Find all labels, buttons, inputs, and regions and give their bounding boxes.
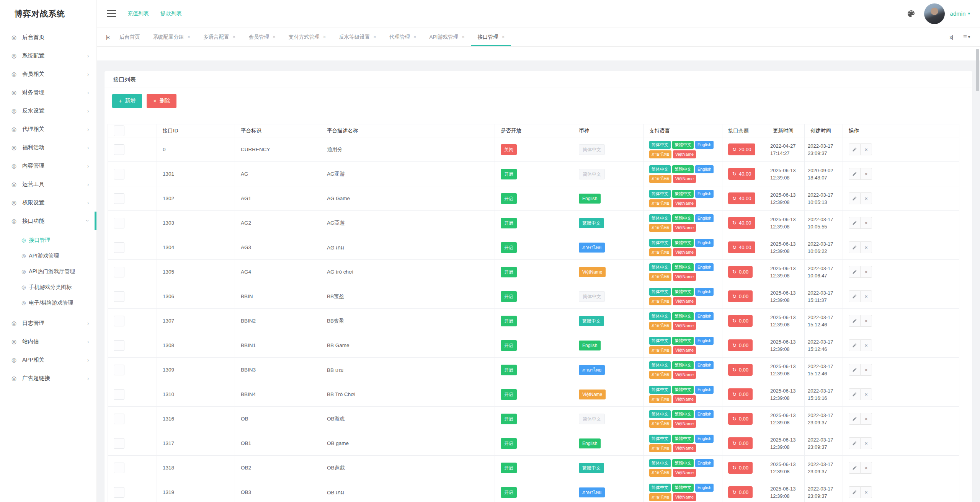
row-checkbox[interactable] bbox=[114, 218, 124, 228]
row-checkbox[interactable] bbox=[114, 267, 124, 277]
refresh-balance-button[interactable]: ↻0.00 bbox=[728, 339, 753, 351]
tabs-scroll-left-icon[interactable]: |« bbox=[102, 34, 113, 40]
refresh-balance-button[interactable]: ↻0.00 bbox=[728, 364, 753, 376]
tab-close-icon[interactable]: × bbox=[413, 34, 416, 40]
sidebar-item[interactable]: ◎APP相关› bbox=[0, 350, 96, 369]
row-checkbox[interactable] bbox=[114, 438, 124, 449]
refresh-balance-button[interactable]: ↻0.00 bbox=[728, 266, 753, 278]
remove-button[interactable]: × bbox=[860, 413, 872, 425]
sidebar-item[interactable]: ◎代理相关› bbox=[0, 120, 96, 138]
row-checkbox[interactable] bbox=[114, 414, 124, 424]
remove-button[interactable]: × bbox=[860, 266, 872, 278]
edit-button[interactable] bbox=[849, 413, 861, 425]
edit-button[interactable] bbox=[849, 315, 861, 327]
tab-接口管理[interactable]: 接口管理× bbox=[471, 28, 511, 46]
sidebar-subitem[interactable]: ◎API热门游戏厅管理 bbox=[0, 264, 96, 279]
refresh-balance-button[interactable]: ↻0.00 bbox=[728, 437, 753, 449]
edit-button[interactable] bbox=[849, 266, 861, 278]
sidebar-item[interactable]: ◎权限设置› bbox=[0, 193, 96, 212]
tab-多语言配置[interactable]: 多语言配置× bbox=[197, 28, 242, 46]
edit-button[interactable] bbox=[849, 388, 861, 400]
row-checkbox[interactable] bbox=[114, 340, 124, 351]
sidebar-item[interactable]: ◎内容管理› bbox=[0, 156, 96, 175]
refresh-balance-button[interactable]: ↻0.00 bbox=[728, 315, 753, 327]
remove-button[interactable]: × bbox=[860, 364, 872, 376]
edit-button[interactable] bbox=[849, 290, 861, 302]
edit-button[interactable] bbox=[849, 217, 861, 229]
scrollbar-thumb[interactable] bbox=[976, 49, 979, 91]
refresh-balance-button[interactable]: ↻0.00 bbox=[728, 290, 753, 302]
remove-button[interactable]: × bbox=[860, 388, 872, 400]
add-button[interactable]: + 新增 bbox=[112, 94, 142, 108]
user-avatar[interactable] bbox=[924, 3, 945, 24]
sidebar-item[interactable]: ◎站内信› bbox=[0, 332, 96, 350]
refresh-balance-button[interactable]: ↻0.00 bbox=[728, 462, 753, 474]
sidebar-item[interactable]: ◎接口功能› bbox=[0, 212, 96, 230]
remove-button[interactable]: × bbox=[860, 437, 872, 449]
row-checkbox[interactable] bbox=[114, 242, 124, 253]
tab-close-icon[interactable]: × bbox=[233, 34, 236, 40]
edit-button[interactable] bbox=[849, 241, 861, 253]
remove-button[interactable]: × bbox=[860, 486, 872, 498]
topbar-link-recharge[interactable]: 充值列表 bbox=[127, 10, 149, 17]
tab-支付方式管理[interactable]: 支付方式管理× bbox=[282, 28, 333, 46]
tab-后台首页[interactable]: 后台首页 bbox=[113, 28, 146, 46]
row-checkbox[interactable] bbox=[114, 463, 124, 473]
edit-button[interactable] bbox=[849, 339, 861, 351]
tab-close-icon[interactable]: × bbox=[187, 34, 190, 40]
sidebar-subitem[interactable]: ◎API游戏管理 bbox=[0, 248, 96, 264]
tab-close-icon[interactable]: × bbox=[273, 34, 276, 40]
hamburger-icon[interactable] bbox=[107, 10, 116, 17]
refresh-balance-button[interactable]: ↻0.00 bbox=[728, 388, 753, 400]
refresh-balance-button[interactable]: ↻40.00 bbox=[728, 217, 755, 229]
edit-button[interactable] bbox=[849, 143, 861, 155]
sidebar-item[interactable]: ◎会员相关› bbox=[0, 65, 96, 83]
remove-button[interactable]: × bbox=[860, 339, 872, 351]
row-checkbox[interactable] bbox=[114, 169, 124, 179]
sidebar-item[interactable]: ◎反水设置› bbox=[0, 101, 96, 120]
sidebar-item[interactable]: ◎福利活动› bbox=[0, 138, 96, 156]
tab-反水等级设置[interactable]: 反水等级设置× bbox=[332, 28, 383, 46]
refresh-balance-button[interactable]: ↻0.00 bbox=[728, 486, 753, 498]
refresh-balance-button[interactable]: ↻40.00 bbox=[728, 192, 755, 204]
remove-button[interactable]: × bbox=[860, 143, 872, 155]
edit-button[interactable] bbox=[849, 192, 861, 204]
delete-button[interactable]: × 删除 bbox=[147, 94, 176, 108]
sidebar-subitem[interactable]: ◎接口管理 bbox=[0, 232, 96, 248]
tab-close-icon[interactable]: × bbox=[462, 34, 465, 40]
topbar-link-withdraw[interactable]: 提款列表 bbox=[160, 10, 182, 17]
edit-button[interactable] bbox=[849, 437, 861, 449]
tab-close-icon[interactable]: × bbox=[502, 34, 505, 40]
user-menu[interactable]: admin ▾ bbox=[950, 10, 970, 17]
sidebar-item[interactable]: ◎广告超链接› bbox=[0, 369, 96, 387]
refresh-balance-button[interactable]: ↻40.00 bbox=[728, 241, 755, 253]
sidebar-item[interactable]: ◎日志管理› bbox=[0, 314, 96, 332]
sidebar-item[interactable]: ◎运营工具› bbox=[0, 175, 96, 193]
row-checkbox[interactable] bbox=[114, 487, 124, 498]
sidebar-item[interactable]: ◎财务管理› bbox=[0, 83, 96, 101]
tab-代理管理[interactable]: 代理管理× bbox=[383, 28, 423, 46]
edit-button[interactable] bbox=[849, 462, 861, 474]
refresh-balance-button[interactable]: ↻40.00 bbox=[728, 168, 755, 180]
refresh-balance-button[interactable]: ↻0.00 bbox=[728, 413, 753, 425]
remove-button[interactable]: × bbox=[860, 217, 872, 229]
tab-API游戏管理[interactable]: API游戏管理× bbox=[423, 28, 471, 46]
edit-button[interactable] bbox=[849, 486, 861, 498]
remove-button[interactable]: × bbox=[860, 241, 872, 253]
tab-close-icon[interactable]: × bbox=[373, 34, 376, 40]
edit-button[interactable] bbox=[849, 168, 861, 180]
select-all-checkbox[interactable] bbox=[114, 126, 124, 136]
row-checkbox[interactable] bbox=[114, 365, 124, 375]
sidebar-subitem[interactable]: ◎电子/棋牌游戏管理 bbox=[0, 295, 96, 311]
remove-button[interactable]: × bbox=[860, 192, 872, 204]
tab-close-icon[interactable]: × bbox=[323, 34, 326, 40]
row-checkbox[interactable] bbox=[114, 316, 124, 326]
row-checkbox[interactable] bbox=[114, 193, 124, 204]
remove-button[interactable]: × bbox=[860, 315, 872, 327]
tabs-menu-icon[interactable]: ≡ ▾ bbox=[963, 33, 970, 41]
remove-button[interactable]: × bbox=[860, 168, 872, 180]
remove-button[interactable]: × bbox=[860, 290, 872, 302]
sidebar-subitem[interactable]: ◎手机游戏分类图标 bbox=[0, 279, 96, 295]
palette-icon[interactable] bbox=[906, 9, 916, 18]
row-checkbox[interactable] bbox=[114, 144, 124, 155]
